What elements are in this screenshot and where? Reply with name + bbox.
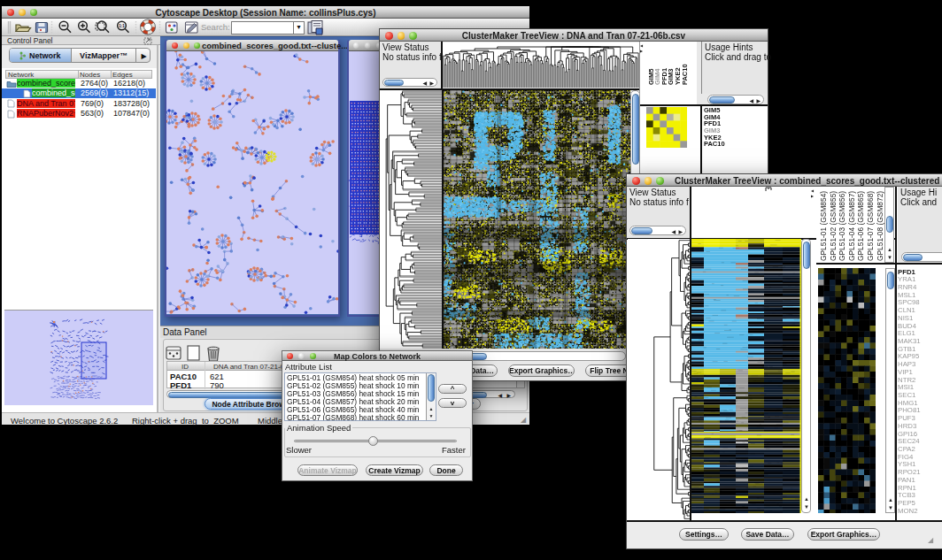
svg-text:1:1: 1:1: [119, 24, 125, 28]
svg-text:Search:: Search:: [201, 22, 230, 32]
